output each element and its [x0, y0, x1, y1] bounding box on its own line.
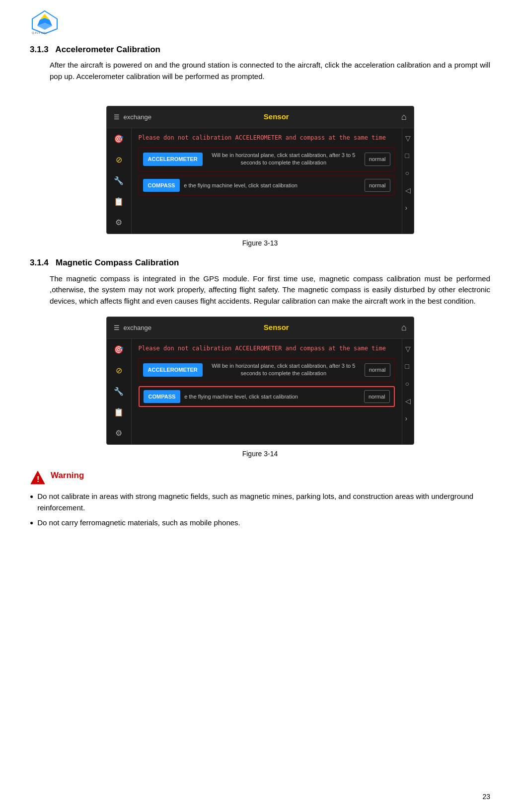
- compass-normal-btn-2[interactable]: normal: [364, 390, 390, 404]
- section-314-body: The magnetic compass is integrated in th…: [30, 273, 490, 307]
- ui-sidebar-2: 🎯 ⊘ 🔧 📋 ⚙: [107, 339, 132, 444]
- compass-desc-1: e the flying machine level, click start …: [184, 181, 361, 190]
- warning-section: ! Warning: [30, 469, 490, 486]
- accelerometer-button-1[interactable]: ACCELEROMETER: [143, 153, 203, 166]
- sensor-title-1: Sensor: [264, 111, 289, 123]
- right-icon-back-1[interactable]: ◁: [405, 185, 411, 196]
- page-number: 23: [482, 792, 490, 802]
- ui-header-left-1: ☰ exchange: [114, 112, 151, 122]
- sidebar-icon-compass-1[interactable]: ⊘: [116, 154, 122, 166]
- sidebar-icon-settings-2[interactable]: ⚙: [115, 427, 122, 439]
- compass-button-2[interactable]: COMPASS: [144, 390, 181, 404]
- ui-main-content-1: Please don not calibration ACCELEROMETER…: [132, 128, 402, 234]
- section-313-body: After the aircraft is powered on and the…: [30, 60, 490, 82]
- right-icon-back-2[interactable]: ◁: [405, 396, 411, 406]
- right-icon-arrow-right-1[interactable]: ›: [405, 203, 411, 213]
- right-icon-arrow-down-1[interactable]: ▽: [405, 133, 411, 144]
- warning-bullet-2: ● Do not carry ferromagnetic materials, …: [30, 517, 490, 529]
- sidebar-icon-wrench-1[interactable]: 🔧: [114, 175, 124, 187]
- sidebar-icon-settings-1[interactable]: ⚙: [115, 217, 122, 229]
- figure-13-container: ☰ exchange Sensor ⌂ 🎯 ⊘ 🔧 📋 ⚙ Please don…: [30, 106, 490, 248]
- svg-text:!: !: [37, 475, 39, 484]
- ui-warning-text-2: Please don not calibration ACCELEROMETER…: [139, 344, 395, 353]
- warning-bullet-list: ● Do not calibrate in areas with strong …: [30, 491, 490, 529]
- section-313-heading: 3.1.3 Accelerometer Calibration: [30, 43, 490, 56]
- ui-header-1: ☰ exchange Sensor ⌂: [107, 106, 414, 128]
- home-icon-2: ⌂: [401, 321, 407, 334]
- right-icon-arrow-down-2[interactable]: ▽: [405, 344, 411, 354]
- ui-inner-body-1: 🎯 ⊘ 🔧 📋 ⚙ Please don not calibration ACC…: [107, 128, 414, 234]
- accelerometer-button-2[interactable]: ACCELEROMETER: [143, 363, 203, 377]
- compass-button-1[interactable]: COMPASS: [143, 179, 180, 192]
- sidebar-icon-drone-2[interactable]: 🎯: [114, 344, 124, 356]
- ui-sidebar-1: 🎯 ⊘ 🔧 📋 ⚙: [107, 128, 132, 234]
- right-icon-circle-1[interactable]: ○: [405, 168, 411, 178]
- svg-text:Q-FLY  UAV: Q-FLY UAV: [32, 31, 47, 34]
- ui-screen-1: ☰ exchange Sensor ⌂ 🎯 ⊘ 🔧 📋 ⚙ Please don…: [106, 106, 414, 234]
- accelerometer-normal-btn-1[interactable]: normal: [365, 153, 390, 166]
- right-icon-circle-2[interactable]: ○: [405, 379, 411, 389]
- figure-13-caption: Figure 3-13: [242, 238, 278, 248]
- section-314: 3.1.4 Magnetic Compass Calibration The m…: [30, 256, 490, 307]
- sidebar-icon-compass-2[interactable]: ⊘: [116, 365, 122, 377]
- right-icon-checkbox-1[interactable]: □: [405, 151, 411, 161]
- compass-row-1: COMPASS e the flying machine level, clic…: [139, 175, 395, 196]
- figure-14-container: ☰ exchange Sensor ⌂ 🎯 ⊘ 🔧 📋 ⚙ Please don…: [30, 317, 490, 459]
- sidebar-icon-wrench-2[interactable]: 🔧: [114, 386, 124, 398]
- hamburger-icon-1: ☰: [114, 112, 120, 122]
- section-313: 3.1.3 Accelerometer Calibration After th…: [30, 43, 490, 82]
- right-icon-arrow-right-2[interactable]: ›: [405, 413, 411, 424]
- warning-icon: !: [30, 470, 46, 486]
- hamburger-icon-2: ☰: [114, 323, 120, 333]
- sidebar-icon-doc-2[interactable]: 📋: [114, 406, 124, 418]
- warning-content: Warning: [51, 469, 84, 482]
- accelerometer-desc-1: Will be in horizontal plane, click start…: [207, 152, 361, 167]
- accelerometer-row-2: ACCELEROMETER Will be in horizontal plan…: [139, 358, 395, 382]
- ui-right-icons-2: ▽ □ ○ ◁ ›: [402, 339, 414, 444]
- logo-container: Q-FLY UAV: [30, 10, 490, 43]
- accelerometer-normal-btn-2[interactable]: normal: [365, 363, 390, 377]
- ui-content-1: Please don not calibration ACCELEROMETER…: [132, 128, 402, 204]
- warning-title: Warning: [51, 471, 84, 480]
- right-icon-checkbox-2[interactable]: □: [405, 361, 411, 372]
- ui-inner-body-2: 🎯 ⊘ 🔧 📋 ⚙ Please don not calibration ACC…: [107, 339, 414, 444]
- ui-header-2: ☰ exchange Sensor ⌂: [107, 317, 414, 339]
- accelerometer-desc-2: Will be in horizontal plane, click start…: [207, 362, 361, 378]
- compass-normal-btn-1[interactable]: normal: [365, 179, 390, 192]
- exchange-label-1: exchange: [124, 112, 151, 122]
- compass-desc-2: e the flying machine level, click start …: [184, 393, 360, 401]
- sensor-title-2: Sensor: [264, 322, 289, 333]
- ui-right-icons-1: ▽ □ ○ ◁ ›: [402, 128, 414, 234]
- ui-warning-text-1: Please don not calibration ACCELEROMETER…: [139, 133, 395, 142]
- warning-bullet-1: ● Do not calibrate in areas with strong …: [30, 491, 490, 513]
- sidebar-icon-drone-1[interactable]: 🎯: [114, 133, 124, 145]
- exchange-label-2: exchange: [124, 323, 151, 333]
- ui-main-content-2: Please don not calibration ACCELEROMETER…: [132, 339, 402, 444]
- ui-header-left-2: ☰ exchange: [114, 323, 151, 333]
- sidebar-icon-doc-1[interactable]: 📋: [114, 196, 124, 208]
- figure-14-caption: Figure 3-14: [242, 449, 278, 459]
- section-314-heading: 3.1.4 Magnetic Compass Calibration: [30, 256, 490, 269]
- ui-screen-2: ☰ exchange Sensor ⌂ 🎯 ⊘ 🔧 📋 ⚙ Please don…: [106, 317, 414, 445]
- home-icon-1: ⌂: [401, 110, 407, 124]
- compass-row-2: COMPASS e the flying machine level, clic…: [139, 386, 395, 407]
- accelerometer-row-1: ACCELEROMETER Will be in horizontal plan…: [139, 147, 395, 171]
- ui-content-2: Please don not calibration ACCELEROMETER…: [132, 339, 402, 416]
